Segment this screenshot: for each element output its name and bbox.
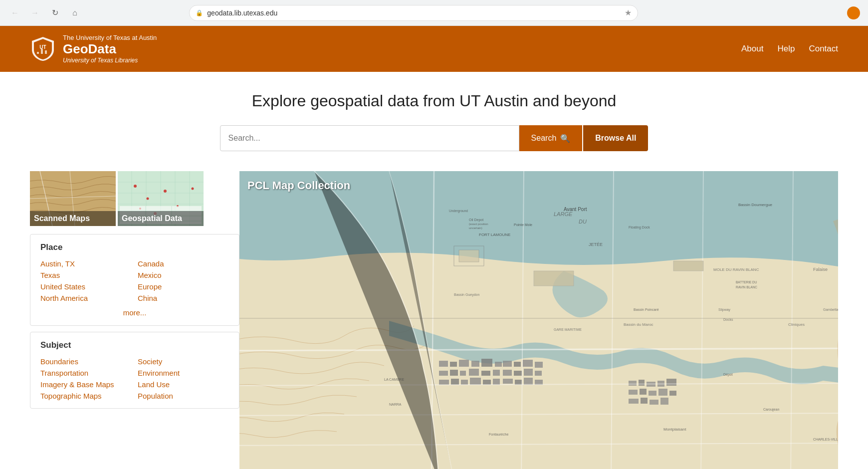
- svg-rect-36: [450, 370, 458, 376]
- search-input[interactable]: [220, 125, 519, 151]
- svg-rect-30: [450, 362, 457, 367]
- svg-text:Bassin Doumergue: Bassin Doumergue: [738, 203, 773, 207]
- svg-text:Bassin Poincaré: Bassin Poincaré: [634, 308, 659, 311]
- nav-help[interactable]: Help: [777, 44, 795, 54]
- svg-rect-34: [495, 362, 502, 367]
- bookmark-icon[interactable]: ★: [625, 8, 632, 17]
- subject-transportation[interactable]: Transportation: [40, 369, 132, 377]
- place-filter-box: Place Austin, TX Canada Texas Mexico Uni…: [30, 234, 239, 326]
- svg-point-15: [147, 198, 149, 200]
- svg-rect-45: [483, 380, 491, 385]
- search-button[interactable]: Search 🔍: [519, 125, 583, 151]
- svg-rect-29: [439, 361, 448, 367]
- svg-text:LA CAMBRE: LA CAMBRE: [384, 378, 404, 381]
- libraries-name: University of Texas Libraries: [63, 57, 157, 64]
- svg-text:Fontauréche: Fontauréche: [489, 433, 508, 436]
- svg-rect-57: [524, 378, 533, 385]
- category-tiles: Scanned Maps: [30, 171, 239, 226]
- subject-filter-title: Subject: [40, 340, 229, 350]
- svg-rect-48: [514, 362, 521, 367]
- place-united-states[interactable]: United States: [40, 282, 132, 291]
- svg-text:BATTERIE DU: BATTERIE DU: [736, 280, 757, 284]
- nav-about[interactable]: About: [741, 44, 763, 54]
- place-north-america[interactable]: North America: [40, 294, 132, 302]
- svg-rect-60: [639, 380, 645, 386]
- svg-rect-59: [629, 381, 637, 386]
- svg-rect-100: [673, 261, 703, 271]
- svg-text:(exact position: (exact position: [469, 223, 488, 226]
- map-preview-label: PCL Map Collection: [247, 179, 350, 192]
- address-bar[interactable]: 🔒 geodata.lib.utexas.edu ★: [189, 5, 638, 21]
- place-china[interactable]: China: [138, 294, 229, 302]
- svg-rect-99: [534, 271, 574, 286]
- brand-name: GeoData: [63, 41, 157, 57]
- profile-button[interactable]: [847, 6, 860, 19]
- svg-text:Oil Depot: Oil Depot: [469, 218, 483, 222]
- geospatial-data-label: Geospatial Data: [118, 211, 204, 226]
- subject-land-use[interactable]: Land Use: [138, 380, 229, 389]
- scanned-maps-tile[interactable]: Scanned Maps: [30, 171, 116, 226]
- svg-rect-35: [439, 371, 448, 376]
- reload-button[interactable]: ↻: [48, 6, 62, 20]
- place-canada[interactable]: Canada: [138, 259, 229, 268]
- svg-text:Slipway: Slipway: [718, 308, 731, 312]
- browser-actions: [847, 6, 860, 19]
- svg-text:Montplaisant: Montplaisant: [663, 427, 686, 432]
- svg-rect-39: [481, 371, 490, 376]
- subject-society[interactable]: Society: [138, 357, 229, 366]
- place-texas[interactable]: Texas: [40, 271, 132, 279]
- subject-environment[interactable]: Environment: [138, 369, 229, 377]
- svg-rect-51: [503, 370, 512, 376]
- geospatial-data-tile[interactable]: Geospatial Data: [118, 171, 204, 226]
- svg-rect-31: [459, 360, 469, 367]
- svg-rect-44: [470, 378, 481, 385]
- nav-contact[interactable]: Contact: [809, 44, 838, 54]
- site-nav: About Help Contact: [741, 44, 838, 54]
- svg-text:Caroujean: Caroujean: [763, 408, 779, 412]
- svg-rect-37: [460, 371, 466, 376]
- site-header: UT The University of Texas at Austin Geo…: [0, 26, 868, 72]
- subject-boundaries[interactable]: Boundaries: [40, 357, 132, 366]
- place-mexico[interactable]: Mexico: [138, 271, 229, 279]
- subject-population[interactable]: Population: [138, 392, 229, 400]
- place-europe[interactable]: Europe: [138, 282, 229, 291]
- svg-rect-50: [535, 362, 543, 368]
- svg-rect-41: [439, 380, 449, 385]
- svg-text:Floating Dock: Floating Dock: [629, 226, 650, 230]
- place-more[interactable]: more...: [123, 308, 147, 317]
- svg-rect-47: [503, 361, 512, 367]
- svg-text:Bassin du Maroc: Bassin du Maroc: [624, 322, 653, 327]
- svg-text:CHARLES-VILLE: CHARLES-VILLE: [813, 438, 838, 441]
- svg-text:Bassin Gueydon: Bassin Gueydon: [454, 293, 479, 297]
- svg-text:NARRA: NARRA: [389, 403, 402, 406]
- place-filter-links: Austin, TX Canada Texas Mexico United St…: [40, 259, 229, 317]
- svg-point-28: [629, 211, 748, 251]
- browse-all-button[interactable]: Browse All: [583, 125, 648, 151]
- sidebar: Scanned Maps: [30, 171, 239, 415]
- svg-text:Dépot: Dépot: [723, 373, 733, 377]
- forward-button[interactable]: →: [28, 6, 42, 20]
- svg-rect-43: [461, 380, 468, 385]
- url-text: geodata.lib.utexas.edu: [207, 9, 621, 17]
- site-logo[interactable]: UT The University of Texas at Austin Geo…: [30, 34, 157, 64]
- svg-point-16: [164, 190, 167, 193]
- svg-rect-65: [640, 389, 647, 395]
- svg-text:Underground: Underground: [449, 209, 468, 213]
- home-button[interactable]: ⌂: [68, 6, 82, 20]
- subject-filter-box: Subject Boundaries Society Transportatio…: [30, 332, 239, 409]
- svg-rect-55: [503, 379, 513, 384]
- subject-imagery[interactable]: Imagery & Base Maps: [40, 380, 132, 389]
- svg-rect-54: [535, 371, 542, 376]
- svg-rect-69: [629, 399, 639, 404]
- svg-rect-53: [524, 369, 533, 376]
- subject-topographic[interactable]: Topographic Maps: [40, 392, 132, 400]
- svg-rect-63: [666, 379, 676, 386]
- map-preview: PCL Map Collection: [239, 171, 838, 469]
- scanned-maps-label: Scanned Maps: [30, 211, 116, 226]
- place-austin[interactable]: Austin, TX: [40, 259, 132, 268]
- back-button[interactable]: ←: [8, 6, 22, 20]
- logo-text: The University of Texas at Austin GeoDat…: [63, 34, 157, 64]
- svg-text:JETÉE: JETÉE: [589, 242, 603, 247]
- search-bar-row: Search 🔍 Browse All: [30, 125, 838, 151]
- svg-rect-40: [493, 370, 500, 376]
